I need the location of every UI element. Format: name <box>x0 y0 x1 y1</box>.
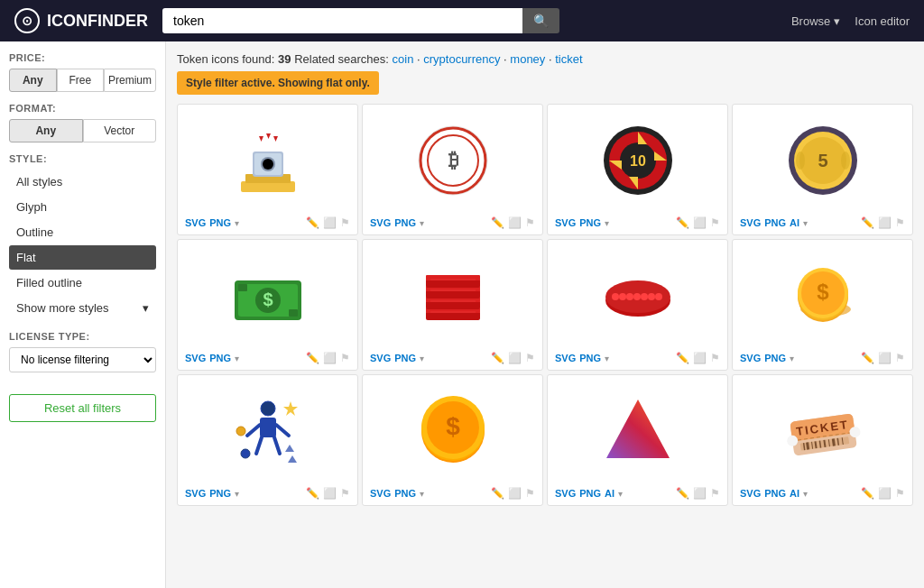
svg-format-3[interactable]: SVG <box>555 217 576 228</box>
png-format-11[interactable]: PNG <box>579 488 601 499</box>
show-more-styles[interactable]: Show more styles ▾ <box>9 296 156 320</box>
bookmark-icon-12[interactable]: ⬜ <box>878 487 892 500</box>
edit-icon-7[interactable]: ✏️ <box>676 352 689 364</box>
edit-icon-4[interactable]: ✏️ <box>861 216 874 229</box>
icon-card-5[interactable]: $ SVG PNG ▾ ✏️ ⬜ ⚑ <box>177 239 358 371</box>
flag-icon-5[interactable]: ⚑ <box>340 352 350 364</box>
format-vector-button[interactable]: Vector <box>83 119 157 142</box>
format-any-button[interactable]: Any <box>9 119 83 142</box>
format-arrow-12[interactable]: ▾ <box>803 489 808 499</box>
svg-format-2[interactable]: SVG <box>370 217 391 228</box>
png-format-10[interactable]: PNG <box>394 488 416 499</box>
png-format-2[interactable]: PNG <box>394 217 416 228</box>
style-flat[interactable]: Flat <box>9 245 156 270</box>
related-money[interactable]: money <box>510 52 545 66</box>
format-arrow-10[interactable]: ▾ <box>420 489 424 499</box>
flag-icon-3[interactable]: ⚑ <box>710 216 720 229</box>
format-arrow-4[interactable]: ▾ <box>803 218 808 228</box>
format-arrow-11[interactable]: ▾ <box>618 489 623 499</box>
search-button[interactable]: 🔍 <box>522 8 559 33</box>
logo[interactable]: ⊙ ICONFINDER <box>14 8 148 33</box>
icon-card-8[interactable]: $ SVG PNG ▾ ✏️ ⬜ ⚑ <box>732 239 913 371</box>
bookmark-icon-11[interactable]: ⬜ <box>693 487 707 500</box>
svg-format-11[interactable]: SVG <box>555 488 576 499</box>
svg-format-1[interactable]: SVG <box>185 217 206 228</box>
icon-card-2[interactable]: ₿ SVG PNG ▾ ✏️ ⬜ ⚑ <box>362 104 543 235</box>
browse-button[interactable]: Browse ▾ <box>791 14 840 28</box>
png-format-5[interactable]: PNG <box>209 353 231 363</box>
png-format-1[interactable]: PNG <box>209 217 231 228</box>
icon-card-9[interactable]: SVG PNG ▾ ✏️ ⬜ ⚑ <box>177 374 358 506</box>
search-input[interactable] <box>162 8 522 33</box>
edit-icon-6[interactable]: ✏️ <box>491 352 504 364</box>
format-arrow-3[interactable]: ▾ <box>605 218 609 228</box>
bookmark-icon-3[interactable]: ⬜ <box>693 216 707 229</box>
edit-icon-5[interactable]: ✏️ <box>306 352 319 364</box>
price-any-button[interactable]: Any <box>9 69 57 92</box>
format-arrow-8[interactable]: ▾ <box>790 354 794 363</box>
icon-card-1[interactable]: SVG PNG ▾ ✏️ ⬜ ⚑ <box>177 104 358 235</box>
bookmark-icon-1[interactable]: ⬜ <box>323 216 337 229</box>
flag-icon-10[interactable]: ⚑ <box>525 487 535 500</box>
svg-format-7[interactable]: SVG <box>555 353 576 363</box>
png-format-4[interactable]: PNG <box>764 217 786 228</box>
flag-icon-6[interactable]: ⚑ <box>525 352 535 364</box>
icon-card-3[interactable]: 10 SVG PNG ▾ ✏️ ⬜ ⚑ <box>547 104 728 235</box>
icon-card-10[interactable]: $ SVG PNG ▾ ✏️ ⬜ ⚑ <box>362 374 543 506</box>
flag-icon-1[interactable]: ⚑ <box>340 216 350 229</box>
icon-card-4[interactable]: 5 SVG PNG AI ▾ ✏️ ⬜ ⚑ <box>732 104 913 235</box>
edit-icon-2[interactable]: ✏️ <box>491 216 504 229</box>
edit-icon-3[interactable]: ✏️ <box>676 216 689 229</box>
bookmark-icon-9[interactable]: ⬜ <box>323 487 337 500</box>
icon-editor-link[interactable]: Icon editor <box>855 14 910 28</box>
format-arrow-1[interactable]: ▾ <box>235 218 239 228</box>
bookmark-icon-10[interactable]: ⬜ <box>508 487 522 500</box>
flag-icon-11[interactable]: ⚑ <box>710 487 720 500</box>
price-free-button[interactable]: Free <box>57 69 105 92</box>
ai-format-4[interactable]: AI <box>790 217 799 228</box>
png-format-12[interactable]: PNG <box>764 488 786 499</box>
svg-format-6[interactable]: SVG <box>370 353 391 363</box>
flag-icon-12[interactable]: ⚑ <box>895 487 905 500</box>
png-format-6[interactable]: PNG <box>394 353 416 363</box>
png-format-9[interactable]: PNG <box>209 488 231 499</box>
edit-icon-1[interactable]: ✏️ <box>306 216 319 229</box>
edit-icon-8[interactable]: ✏️ <box>861 352 874 364</box>
svg-format-4[interactable]: SVG <box>740 217 761 228</box>
svg-format-5[interactable]: SVG <box>185 353 206 363</box>
flag-icon-8[interactable]: ⚑ <box>895 352 905 364</box>
bookmark-icon-4[interactable]: ⬜ <box>878 216 892 229</box>
bookmark-icon-5[interactable]: ⬜ <box>323 352 337 364</box>
edit-icon-9[interactable]: ✏️ <box>306 487 319 500</box>
format-arrow-2[interactable]: ▾ <box>420 218 424 228</box>
icon-card-12[interactable]: TICKET <box>732 374 913 506</box>
icon-card-7[interactable]: SVG PNG ▾ ✏️ ⬜ ⚑ <box>547 239 728 371</box>
svg-format-12[interactable]: SVG <box>740 488 761 499</box>
png-format-3[interactable]: PNG <box>579 217 601 228</box>
edit-icon-11[interactable]: ✏️ <box>676 487 689 500</box>
edit-icon-12[interactable]: ✏️ <box>861 487 874 500</box>
png-format-8[interactable]: PNG <box>764 353 786 363</box>
style-glyph[interactable]: Glyph <box>9 195 156 219</box>
style-filled-outline[interactable]: Filled outline <box>9 271 156 295</box>
png-format-7[interactable]: PNG <box>579 353 601 363</box>
license-select[interactable]: No license filtering <box>9 347 156 372</box>
flag-icon-7[interactable]: ⚑ <box>710 352 720 364</box>
ai-format-12[interactable]: AI <box>790 488 799 499</box>
related-ticket[interactable]: ticket <box>555 52 582 66</box>
bookmark-icon-7[interactable]: ⬜ <box>693 352 707 364</box>
icon-card-11[interactable]: SVG PNG AI ▾ ✏️ ⬜ ⚑ <box>547 374 728 506</box>
svg-format-8[interactable]: SVG <box>740 353 761 363</box>
format-arrow-9[interactable]: ▾ <box>235 489 239 499</box>
style-outline[interactable]: Outline <box>9 220 156 244</box>
price-premium-button[interactable]: Premium <box>104 69 156 92</box>
bookmark-icon-8[interactable]: ⬜ <box>878 352 892 364</box>
format-arrow-7[interactable]: ▾ <box>605 354 609 363</box>
format-arrow-6[interactable]: ▾ <box>420 354 424 363</box>
bookmark-icon-2[interactable]: ⬜ <box>508 216 522 229</box>
style-allstyles[interactable]: All styles <box>9 170 156 194</box>
edit-icon-10[interactable]: ✏️ <box>491 487 504 500</box>
flag-icon-2[interactable]: ⚑ <box>525 216 535 229</box>
icon-card-6[interactable]: SVG PNG ▾ ✏️ ⬜ ⚑ <box>362 239 543 371</box>
flag-icon-9[interactable]: ⚑ <box>340 487 350 500</box>
